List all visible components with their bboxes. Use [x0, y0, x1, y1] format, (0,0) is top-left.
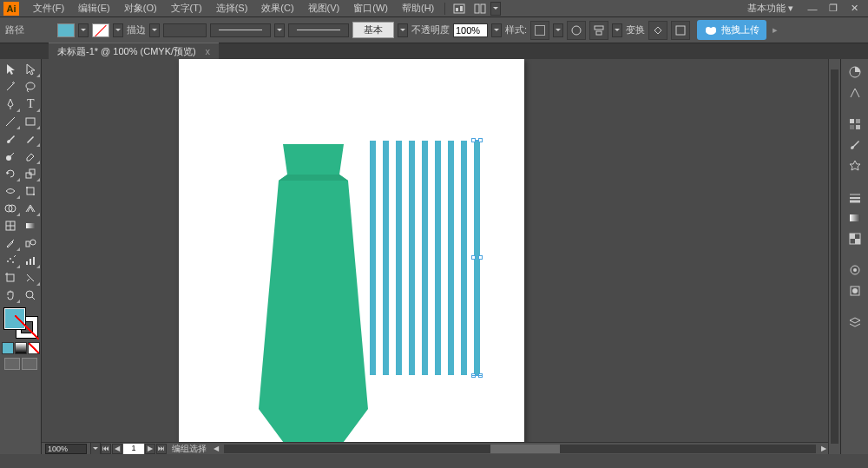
close-button[interactable]: ✕	[844, 3, 865, 14]
artboard-number[interactable]: 1	[123, 444, 144, 454]
scrollbar-track[interactable]	[831, 69, 838, 444]
menu-window[interactable]: 窗口(W)	[346, 0, 395, 16]
symbols-panel-icon[interactable]	[845, 156, 865, 175]
isolate-icon[interactable]	[648, 21, 667, 40]
menu-object[interactable]: 对象(O)	[117, 0, 164, 16]
scroll-left-button[interactable]: ◀	[212, 445, 220, 453]
gradient-tool[interactable]	[21, 217, 42, 234]
zoom-dropdown[interactable]	[90, 442, 101, 455]
menu-file[interactable]: 文件(F)	[26, 0, 71, 16]
scale-tool[interactable]	[21, 165, 42, 182]
transparency-panel-icon[interactable]	[845, 229, 865, 248]
stripe[interactable]	[409, 141, 415, 375]
stroke-weight-input[interactable]	[163, 23, 207, 37]
last-artboard-button[interactable]: ⏭	[156, 444, 167, 454]
stroke-panel-icon[interactable]	[845, 188, 865, 207]
stripes-group[interactable]	[370, 141, 480, 375]
arrange-dropdown[interactable]	[490, 2, 501, 16]
color-mode-gradient[interactable]	[15, 342, 27, 354]
swatches-panel-icon[interactable]	[845, 115, 865, 134]
selection-handle[interactable]	[478, 373, 483, 378]
line-tool[interactable]	[0, 113, 21, 130]
first-artboard-button[interactable]: ⏮	[101, 444, 111, 454]
perspective-grid-tool[interactable]	[21, 200, 42, 217]
stripe[interactable]	[435, 141, 441, 375]
opacity-label[interactable]: 不透明度	[411, 23, 450, 36]
graphic-styles-panel-icon[interactable]	[845, 281, 865, 300]
arrange-icon[interactable]	[471, 2, 489, 16]
stroke-dropdown[interactable]	[113, 23, 123, 37]
zoom-input[interactable]	[45, 444, 87, 454]
selection-handle[interactable]	[471, 138, 476, 142]
stripe[interactable]	[461, 141, 467, 375]
width-tool[interactable]	[0, 182, 21, 200]
transform-icon[interactable]	[671, 21, 690, 40]
workspace-switcher[interactable]: 基本功能 ▾	[739, 0, 802, 16]
stroke-profile[interactable]	[210, 23, 271, 37]
gradient-panel-icon[interactable]	[845, 208, 865, 227]
stroke-swatch[interactable]	[92, 23, 109, 37]
zoom-tool[interactable]	[21, 287, 42, 304]
scroll-right-button[interactable]: ▶	[819, 445, 828, 453]
rectangle-tool[interactable]	[21, 113, 42, 130]
screen-mode-full[interactable]	[22, 358, 37, 370]
magic-wand-tool[interactable]	[0, 78, 21, 96]
brush-preview[interactable]	[288, 23, 349, 37]
pen-tool[interactable]	[0, 96, 21, 113]
rotate-tool[interactable]	[0, 165, 21, 182]
stripe[interactable]	[448, 141, 454, 375]
direct-selection-tool[interactable]	[21, 61, 42, 78]
transform-label[interactable]: 变换	[626, 23, 645, 36]
brush-basic[interactable]: 基本	[352, 22, 394, 38]
blend-tool[interactable]	[21, 234, 42, 252]
mesh-tool[interactable]	[0, 217, 21, 234]
minimize-button[interactable]: —	[802, 3, 823, 14]
brush-dropdown[interactable]	[398, 23, 408, 37]
upload-button[interactable]: 拖拽上传	[697, 20, 766, 40]
menu-type[interactable]: 文字(T)	[164, 0, 209, 16]
menu-effect[interactable]: 效果(C)	[254, 0, 300, 16]
stroke-color[interactable]	[16, 316, 38, 339]
maximize-button[interactable]: ❐	[823, 3, 844, 14]
tie-shape[interactable]	[257, 144, 370, 454]
menu-help[interactable]: 帮助(H)	[395, 0, 441, 16]
next-artboard-button[interactable]: ▶	[145, 444, 155, 454]
stripe[interactable]	[396, 141, 402, 375]
style-swatch[interactable]	[530, 21, 549, 40]
selection-tool[interactable]	[0, 61, 21, 78]
align-icon[interactable]	[589, 21, 608, 40]
prev-artboard-button[interactable]: ◀	[112, 444, 122, 454]
stroke-weight-dropdown[interactable]	[149, 23, 160, 37]
fill-swatch[interactable]	[57, 23, 75, 37]
menu-select[interactable]: 选择(S)	[209, 0, 255, 16]
appearance-panel-icon[interactable]	[845, 260, 865, 280]
hand-tool[interactable]	[0, 287, 21, 304]
brushes-panel-icon[interactable]	[845, 135, 865, 155]
shape-builder-tool[interactable]	[0, 200, 21, 217]
symbol-sprayer-tool[interactable]	[0, 252, 21, 269]
bridge-icon[interactable]	[450, 2, 468, 16]
eyedropper-tool[interactable]	[0, 234, 21, 252]
selection-handle[interactable]	[471, 255, 476, 260]
scrollbar-thumb[interactable]	[490, 445, 560, 453]
horizontal-scrollbar[interactable]	[224, 445, 816, 453]
vertical-scrollbar[interactable]	[828, 59, 840, 454]
document-tab-close[interactable]: x	[205, 46, 210, 56]
color-mode-none[interactable]	[28, 342, 40, 354]
paintbrush-tool[interactable]	[0, 130, 21, 148]
stripe-selected[interactable]	[474, 141, 480, 375]
stroke-profile-dropdown[interactable]	[274, 23, 285, 37]
style-dropdown[interactable]	[553, 23, 563, 37]
recolor-icon[interactable]	[567, 21, 586, 40]
lasso-tool[interactable]	[21, 78, 42, 96]
stripe[interactable]	[383, 141, 389, 375]
screen-mode-normal[interactable]	[4, 358, 20, 370]
menu-edit[interactable]: 编辑(E)	[71, 0, 117, 16]
free-transform-tool[interactable]	[21, 182, 42, 200]
type-tool[interactable]: T	[21, 96, 42, 113]
blob-brush-tool[interactable]	[0, 148, 21, 165]
eraser-tool[interactable]	[21, 148, 42, 165]
stripe[interactable]	[370, 141, 376, 375]
stroke-label[interactable]: 描边	[127, 23, 146, 36]
slice-tool[interactable]	[21, 269, 42, 287]
